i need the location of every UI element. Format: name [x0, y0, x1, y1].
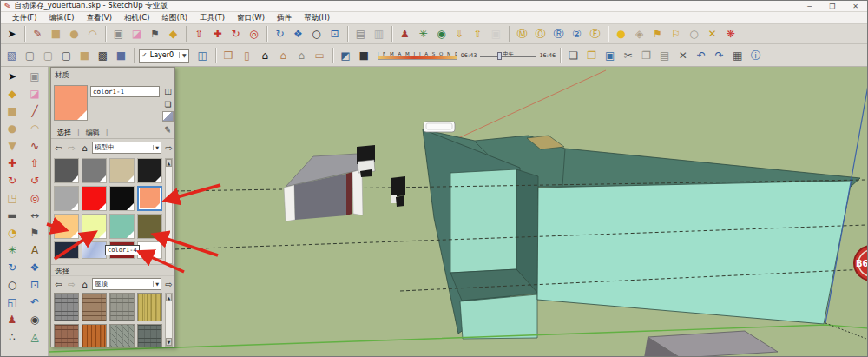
copy[interactable]: ❐ — [637, 47, 655, 63]
tower-opening-back[interactable] — [450, 169, 516, 273]
photo-textures[interactable]: ▣ — [487, 26, 505, 43]
line-tool[interactable]: ╱ — [24, 102, 45, 119]
undo[interactable]: ↶ — [692, 47, 710, 63]
scroll-down-icon[interactable]: ▼ — [166, 338, 172, 346]
texture-scrollbar[interactable]: ▲ ▼ — [165, 293, 173, 347]
style-monochrome[interactable]: ■ — [112, 47, 130, 63]
swatch-light-orange[interactable] — [54, 214, 79, 239]
swatch-light-gray[interactable] — [54, 186, 79, 211]
section-plane-tool[interactable]: ◬ — [24, 328, 45, 345]
cut[interactable]: ✂ — [619, 47, 637, 63]
flag-b[interactable]: ⚐ — [667, 26, 685, 43]
tex-brown-shingle[interactable] — [82, 293, 107, 321]
maximize-button[interactable]: ❒ — [829, 3, 835, 10]
home-icon2[interactable]: ⌂ — [79, 279, 90, 290]
dimension-tool[interactable]: ↔ — [24, 207, 45, 223]
swatch-scrollbar[interactable]: ▲ — [165, 158, 173, 264]
shadow-dialog[interactable]: ◩ — [337, 47, 355, 63]
select-tool[interactable]: ➤ — [2, 68, 23, 84]
style-xray[interactable]: ▧ — [3, 47, 21, 63]
menu-item[interactable]: 帮助(H) — [298, 13, 336, 23]
model-pages[interactable]: ▤ — [352, 26, 370, 43]
swatch-tan[interactable] — [109, 158, 135, 183]
layer-manager[interactable]: ◫ — [194, 47, 212, 63]
position-camera-tool[interactable]: ♟ — [2, 311, 23, 327]
tex-red-brick[interactable] — [54, 324, 79, 347]
axes-tool[interactable]: ✳ — [2, 241, 23, 258]
style-wireframe[interactable]: ▢ — [39, 47, 57, 63]
move-tool[interactable]: ✚ — [208, 26, 227, 43]
collection-dropdown[interactable]: 模型中 ▼ — [92, 142, 161, 154]
tex-slate-shingle[interactable] — [54, 293, 79, 321]
shadow-toggle[interactable]: ■ — [355, 47, 373, 63]
back-button[interactable]: ⇦ — [53, 142, 64, 154]
make-component-tool[interactable]: ▣ — [109, 26, 128, 43]
make-component-tool[interactable]: ▣ — [24, 68, 45, 84]
slider-thumb[interactable] — [497, 52, 502, 60]
forward-button[interactable]: ⇨ — [66, 142, 77, 154]
swatch-red[interactable] — [82, 186, 107, 211]
polygon-tool[interactable]: ▼ — [2, 137, 23, 154]
zoom-tool[interactable]: ○ — [307, 26, 326, 43]
tex-stone[interactable] — [109, 324, 135, 347]
paint-bucket-tool[interactable]: ◆ — [2, 85, 23, 102]
swatch-olive[interactable] — [137, 214, 162, 239]
shadow-month-strip[interactable]: J F M A M J J A S O N D — [378, 50, 457, 62]
styles-page[interactable]: ▥ — [370, 26, 388, 43]
swatch-sky[interactable] — [82, 241, 107, 259]
save-file[interactable]: ▣ — [601, 47, 619, 63]
badge-o[interactable]: Ⓞ — [531, 26, 549, 43]
close-button[interactable]: ✕ — [852, 3, 858, 10]
print[interactable]: ▦ — [728, 47, 746, 63]
google-earth[interactable]: ◉ — [432, 26, 450, 43]
pan-tool[interactable]: ❖ — [289, 26, 307, 43]
roof-dropdown[interactable]: 屋顶 ▼ — [92, 278, 161, 290]
text-tool[interactable]: ⚑ — [146, 26, 164, 43]
badge-2[interactable]: ② — [568, 26, 586, 43]
eraser-tool[interactable]: ◪ — [128, 26, 146, 43]
freehand-tool[interactable]: ∿ — [24, 137, 45, 154]
plugin-house-outline[interactable]: ⌂ — [293, 47, 311, 63]
paste[interactable]: ▤ — [655, 47, 674, 63]
detail-arrow-button2[interactable]: ⇨ — [163, 279, 174, 290]
sphere-tool[interactable]: ○ — [685, 26, 703, 43]
offset-tool[interactable]: ◎ — [24, 189, 45, 206]
material-name-input[interactable]: color1-1 — [90, 86, 160, 97]
menu-item[interactable]: 查看(V) — [81, 13, 118, 23]
tex-thatch[interactable] — [137, 293, 162, 321]
plugin-box[interactable]: ❒ — [220, 47, 238, 63]
open-file[interactable]: ❐ — [582, 47, 601, 63]
scroll-up-icon[interactable]: ▲ — [166, 294, 172, 301]
default-material-swatch[interactable] — [162, 111, 174, 122]
share-model[interactable]: ⇧ — [469, 26, 487, 43]
swatch-black2[interactable] — [109, 186, 135, 211]
menu-item[interactable]: 绘图(R) — [156, 13, 194, 23]
rectangle-tool[interactable]: ■ — [47, 26, 65, 43]
detail-arrow-button[interactable]: ⇨ — [163, 142, 174, 154]
shadow-time-slider[interactable]: 中午 — [480, 50, 536, 61]
swatch-teal[interactable] — [109, 214, 135, 239]
home-icon[interactable]: ⌂ — [79, 142, 90, 154]
badge-f[interactable]: Ⓕ — [586, 26, 604, 43]
tab-edit[interactable]: 编辑 — [83, 128, 102, 137]
style-hidden-line[interactable]: ▢ — [57, 47, 76, 63]
chair2-back[interactable] — [391, 176, 405, 197]
menu-item[interactable]: 相机(C) — [118, 13, 156, 23]
axes-tool[interactable]: ✳ — [414, 26, 432, 43]
flag-a[interactable]: ⚑ — [648, 26, 667, 43]
swatch-black[interactable] — [137, 158, 162, 183]
new-file[interactable]: ❏ — [564, 47, 582, 63]
delete[interactable]: ✕ — [674, 47, 692, 63]
scroll-up-icon[interactable]: ▲ — [166, 159, 172, 167]
minimize-button[interactable]: ─ — [807, 3, 812, 10]
scale-tool[interactable]: ◳ — [2, 189, 23, 206]
style-shaded[interactable]: ■ — [76, 47, 94, 63]
rectangle-tool[interactable]: ■ — [2, 102, 23, 119]
get-models[interactable]: ⇩ — [450, 26, 469, 43]
walk-tool[interactable]: ∴ — [2, 328, 23, 345]
3d-text-tool[interactable]: A — [24, 241, 45, 258]
tape-measure-tool[interactable]: ▬ — [2, 207, 23, 223]
zoom-extents-tool[interactable]: ⊡ — [326, 26, 344, 43]
plugin-door[interactable]: ▯ — [238, 47, 256, 63]
arc-tool[interactable]: ◠ — [83, 26, 102, 43]
